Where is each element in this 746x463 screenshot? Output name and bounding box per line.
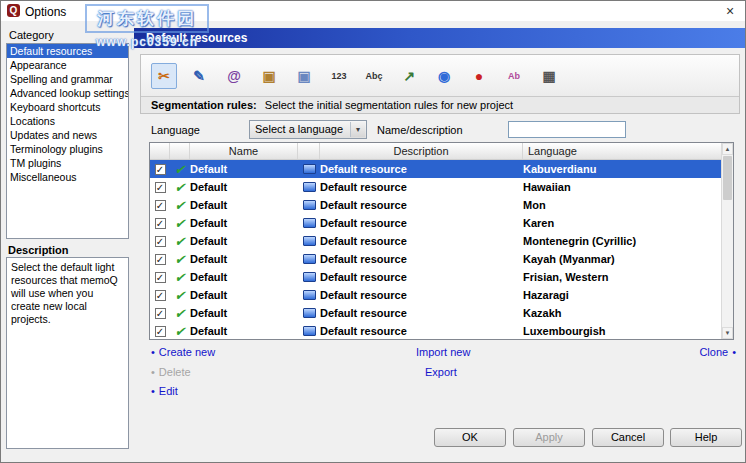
table-row[interactable]: ✓✔DefaultDefault resourceLuxembourgish <box>150 322 721 339</box>
bullet-icon: • <box>151 385 155 397</box>
table-row[interactable]: ✓✔DefaultDefault resourceKayah (Myanmar) <box>150 250 721 268</box>
sidebar-item-miscellaneous[interactable]: Miscellaneous <box>7 170 128 184</box>
resource-name: Default <box>190 217 298 229</box>
header-language[interactable]: Language <box>523 143 721 159</box>
row-checkbox[interactable]: ✓ <box>155 236 166 247</box>
table-row[interactable]: ✓✔DefaultDefault resourceKabuverdianu <box>150 160 721 178</box>
resource-description: Default resource <box>320 181 523 193</box>
info-bar-label: Segmentation rules: <box>151 99 257 111</box>
row-checkbox[interactable]: ✓ <box>155 254 166 265</box>
segmentation-rules-icon[interactable]: ✂ <box>151 63 177 89</box>
resource-language: Kabuverdianu <box>523 163 721 175</box>
scroll-down-icon[interactable]: ▼ <box>722 327 733 339</box>
table-row[interactable]: ✓✔DefaultDefault resourceKaren <box>150 214 721 232</box>
clone-link[interactable]: Clone• <box>699 346 736 358</box>
number-formats-icon[interactable]: 123 <box>326 63 352 89</box>
export-link[interactable]: Export <box>425 366 457 378</box>
sidebar-item-spelling-and-grammar[interactable]: Spelling and grammar <box>7 72 128 86</box>
sidebar-item-appearance[interactable]: Appearance <box>7 58 128 72</box>
sidebar-item-terminology-plugins[interactable]: Terminology plugins <box>7 142 128 156</box>
qa-settings-icon[interactable]: ✎ <box>186 63 212 89</box>
sidebar-item-default-resources[interactable]: Default resources <box>7 44 128 58</box>
table-row[interactable]: ✓✔DefaultDefault resourceMontenegrin (Cy… <box>150 232 721 250</box>
table-row[interactable]: ✓✔DefaultDefault resourceHazaragi <box>150 286 721 304</box>
scrollbar-thumb[interactable] <box>723 156 732 200</box>
monitor-icon <box>303 326 316 336</box>
monitor-icon <box>303 308 316 318</box>
sidebar-item-locations[interactable]: Locations <box>7 114 128 128</box>
resource-language: Hawaiian <box>523 181 721 193</box>
web-search-settings-icon[interactable]: ● <box>466 63 492 89</box>
monitor-icon <box>303 254 316 264</box>
row-checkbox[interactable]: ✓ <box>155 290 166 301</box>
row-checkbox[interactable]: ✓ <box>155 326 166 337</box>
bullet-icon: • <box>151 366 155 378</box>
monitor-icon <box>303 290 316 300</box>
table-header: Name Description Language <box>150 143 733 160</box>
table-row[interactable]: ✓✔DefaultDefault resourceMon <box>150 196 721 214</box>
resource-name: Default <box>190 253 298 265</box>
monitor-icon <box>303 218 316 228</box>
resource-name: Default <box>190 271 298 283</box>
resource-description: Default resource <box>320 271 523 283</box>
info-bar-text: Select the initial segmentation rules fo… <box>265 99 513 111</box>
table-row[interactable]: ✓✔DefaultDefault resourceHawaiian <box>150 178 721 196</box>
import-new-link[interactable]: Import new <box>416 346 470 358</box>
resource-language: Frisian, Western <box>523 271 721 283</box>
monitor-icon <box>303 182 316 192</box>
cancel-button[interactable]: Cancel <box>592 428 664 447</box>
autocorrect-lists-icon[interactable]: Abç <box>361 63 387 89</box>
row-checkbox[interactable]: ✓ <box>155 182 166 193</box>
resource-description: Default resource <box>320 199 523 211</box>
vertical-scrollbar[interactable]: ▲ ▼ <box>721 143 733 339</box>
active-check-icon: ✔ <box>175 180 186 195</box>
active-check-icon: ✔ <box>175 216 186 231</box>
header-checkbox-col <box>150 143 170 159</box>
header-name[interactable]: Name <box>190 143 298 159</box>
table-body: ✓✔DefaultDefault resourceKabuverdianu✓✔D… <box>150 160 721 339</box>
active-check-icon: ✔ <box>175 234 186 249</box>
apply-button[interactable]: Apply <box>513 428 585 447</box>
language-dropdown[interactable]: Select a language ▾ <box>249 120 367 139</box>
sidebar-item-tm-plugins[interactable]: TM plugins <box>7 156 128 170</box>
create-new-link[interactable]: •Create new <box>151 346 215 358</box>
keyboard-shortcuts-icon[interactable]: ▦ <box>536 63 562 89</box>
translation-memory-settings-icon[interactable]: ▣ <box>256 63 282 89</box>
delete-link[interactable]: •Delete <box>151 366 191 378</box>
sidebar-item-advanced-lookup-settings[interactable]: Advanced lookup settings <box>7 86 128 100</box>
auto-translation-rules-icon[interactable]: @ <box>221 63 247 89</box>
name-description-input[interactable] <box>508 121 626 138</box>
table-row[interactable]: ✓✔DefaultDefault resourceFrisian, Wester… <box>150 268 721 286</box>
edit-link[interactable]: •Edit <box>151 385 178 397</box>
ignore-lists-icon[interactable]: ▣ <box>291 63 317 89</box>
monitor-icon <box>303 236 316 246</box>
sidebar-item-updates-and-news[interactable]: Updates and news <box>7 128 128 142</box>
active-check-icon: ✔ <box>175 198 186 213</box>
scroll-up-icon[interactable]: ▲ <box>722 143 733 155</box>
table-row[interactable]: ✓✔DefaultDefault resourceKazakh <box>150 304 721 322</box>
active-check-icon: ✔ <box>175 306 186 321</box>
row-checkbox[interactable]: ✓ <box>155 272 166 283</box>
sidebar-item-keyboard-shortcuts[interactable]: Keyboard shortcuts <box>7 100 128 114</box>
export-path-rules-icon[interactable]: ↗ <box>396 63 422 89</box>
resource-language: Kayah (Myanmar) <box>523 253 721 265</box>
ok-button[interactable]: OK <box>434 428 506 447</box>
resource-description: Default resource <box>320 163 523 175</box>
help-button[interactable]: Help <box>670 428 742 447</box>
resource-language: Luxembourgish <box>523 325 721 337</box>
lqa-models-icon[interactable]: ◉ <box>431 63 457 89</box>
monitor-icon <box>303 200 316 210</box>
row-checkbox[interactable]: ✓ <box>155 218 166 229</box>
resource-name: Default <box>190 163 298 175</box>
header-description[interactable]: Description <box>320 143 523 159</box>
close-icon[interactable]: × <box>715 1 745 21</box>
row-checkbox[interactable]: ✓ <box>155 164 166 175</box>
row-checkbox[interactable]: ✓ <box>155 308 166 319</box>
resource-name: Default <box>190 307 298 319</box>
font-substitution-icon[interactable]: Ab <box>501 63 527 89</box>
row-checkbox[interactable]: ✓ <box>155 200 166 211</box>
active-check-icon: ✔ <box>175 270 186 285</box>
monitor-icon <box>303 272 316 282</box>
resource-description: Default resource <box>320 253 523 265</box>
resource-name: Default <box>190 181 298 193</box>
